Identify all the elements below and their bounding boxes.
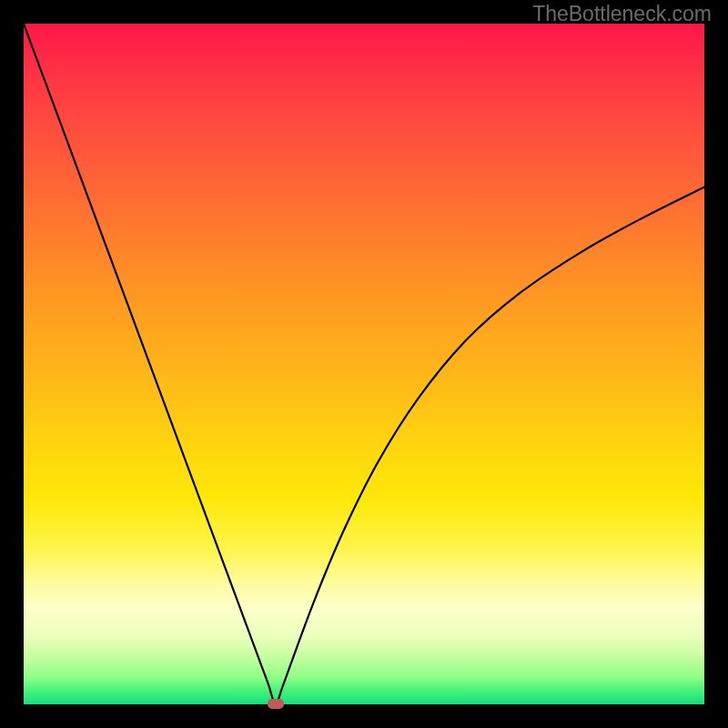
plot-area — [24, 24, 704, 704]
bottleneck-curve — [24, 24, 704, 704]
watermark-text: TheBottleneck.com — [532, 2, 712, 26]
chart-container: TheBottleneck.com — [0, 0, 728, 728]
minimum-marker — [268, 699, 284, 709]
